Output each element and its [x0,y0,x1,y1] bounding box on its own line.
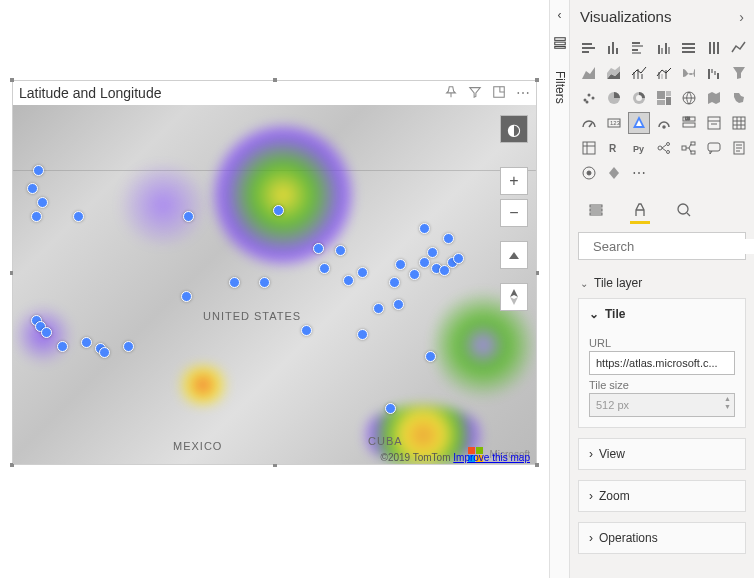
compass-button[interactable] [500,283,528,311]
area-chart-icon[interactable] [578,62,600,84]
kpi-icon[interactable] [653,112,675,134]
data-point[interactable] [373,303,384,314]
data-point[interactable] [409,269,420,280]
filters-label[interactable]: Filters [553,71,567,104]
data-point[interactable] [37,197,48,208]
power-apps-icon[interactable] [603,162,625,184]
data-point[interactable] [425,351,436,362]
data-point[interactable] [229,277,240,288]
stacked-bar-chart-icon[interactable] [578,37,600,59]
treemap-icon[interactable] [653,87,675,109]
zoom-card[interactable]: › Zoom [578,480,746,512]
line-chart-icon[interactable] [728,37,750,59]
collapse-pane-chevron-icon[interactable]: › [739,9,744,25]
multi-row-card-icon[interactable]: 123 [678,112,700,134]
card-icon[interactable]: 123 [603,112,625,134]
data-point[interactable] [27,183,38,194]
zoom-out-button[interactable]: − [500,199,528,227]
slicer-icon[interactable] [703,112,725,134]
data-point[interactable] [393,299,404,310]
pie-chart-icon[interactable] [603,87,625,109]
shape-map-icon[interactable] [728,87,750,109]
paginated-report-icon[interactable] [728,137,750,159]
data-point[interactable] [181,291,192,302]
data-point[interactable] [319,263,330,274]
python-visual-icon[interactable]: Py [628,137,650,159]
data-point[interactable] [385,403,396,414]
data-point[interactable] [81,337,92,348]
clustered-column-chart-icon[interactable] [653,37,675,59]
data-point[interactable] [33,165,44,176]
data-point[interactable] [419,223,430,234]
focus-mode-icon[interactable] [492,85,506,102]
fields-tab[interactable] [586,200,606,220]
data-point[interactable] [335,245,346,256]
data-point[interactable] [419,257,430,268]
data-point[interactable] [123,341,134,352]
tile-size-spinner[interactable]: ▲▼ [724,395,731,411]
expand-filters-chevron-icon[interactable]: ‹ [558,8,562,22]
qa-visual-icon[interactable] [703,137,725,159]
view-card[interactable]: › View [578,438,746,470]
improve-map-link[interactable]: Improve this map [453,452,530,463]
tile-layer-section-header[interactable]: ⌄ Tile layer [570,268,754,298]
tile-size-input[interactable] [589,393,735,417]
map-icon[interactable] [678,87,700,109]
operations-card[interactable]: › Operations [578,522,746,554]
hundred-stacked-bar-icon[interactable] [678,37,700,59]
data-point[interactable] [183,211,194,222]
format-search-input[interactable] [593,239,754,254]
data-point[interactable] [273,205,284,216]
tile-card-header[interactable]: ⌄ Tile [579,299,745,329]
tile-url-input[interactable] [589,351,735,375]
r-visual-icon[interactable]: R [603,137,625,159]
resize-handle[interactable] [10,78,14,82]
data-point[interactable] [301,325,312,336]
data-point[interactable] [453,253,464,264]
clustered-bar-chart-icon[interactable] [628,37,650,59]
data-point[interactable] [259,277,270,288]
data-point[interactable] [73,211,84,222]
map-visual-container[interactable]: Latitude and Longitude ⋯ UNITED STA [12,80,537,465]
data-point[interactable] [99,347,110,358]
filter-icon[interactable] [468,85,482,102]
format-search-box[interactable] [578,232,746,260]
waterfall-chart-icon[interactable] [703,62,725,84]
table-icon[interactable] [728,112,750,134]
decomposition-tree-icon[interactable] [678,137,700,159]
data-point[interactable] [31,211,42,222]
data-point[interactable] [443,233,454,244]
map-style-button[interactable]: ◐ [500,115,528,143]
data-point[interactable] [41,327,52,338]
arcgis-map-icon[interactable] [578,162,600,184]
data-point[interactable] [57,341,68,352]
data-point[interactable] [357,329,368,340]
matrix-icon[interactable] [578,137,600,159]
format-tab[interactable] [630,200,650,220]
data-point[interactable] [357,267,368,278]
azure-map-icon[interactable] [628,112,650,134]
azure-map[interactable]: UNITED STATES MEXICO CUBA ◐ + − [13,105,536,464]
resize-handle[interactable] [535,78,539,82]
data-point[interactable] [395,259,406,270]
resize-handle[interactable] [535,463,539,467]
pin-icon[interactable] [444,85,458,102]
zoom-in-button[interactable]: + [500,167,528,195]
ribbon-chart-icon[interactable] [678,62,700,84]
data-point[interactable] [389,277,400,288]
gauge-icon[interactable] [578,112,600,134]
scatter-chart-icon[interactable] [578,87,600,109]
data-point[interactable] [313,243,324,254]
pitch-button[interactable] [500,241,528,269]
more-options-icon[interactable]: ⋯ [516,85,530,102]
donut-chart-icon[interactable] [628,87,650,109]
filters-icon[interactable] [553,36,567,53]
analytics-tab[interactable] [674,200,694,220]
filled-map-icon[interactable] [703,87,725,109]
key-influencers-icon[interactable] [653,137,675,159]
data-point[interactable] [427,247,438,258]
line-clustered-column-icon[interactable] [653,62,675,84]
stacked-area-chart-icon[interactable] [603,62,625,84]
stacked-column-chart-icon[interactable] [603,37,625,59]
get-more-visuals-icon[interactable]: ⋯ [628,162,650,184]
